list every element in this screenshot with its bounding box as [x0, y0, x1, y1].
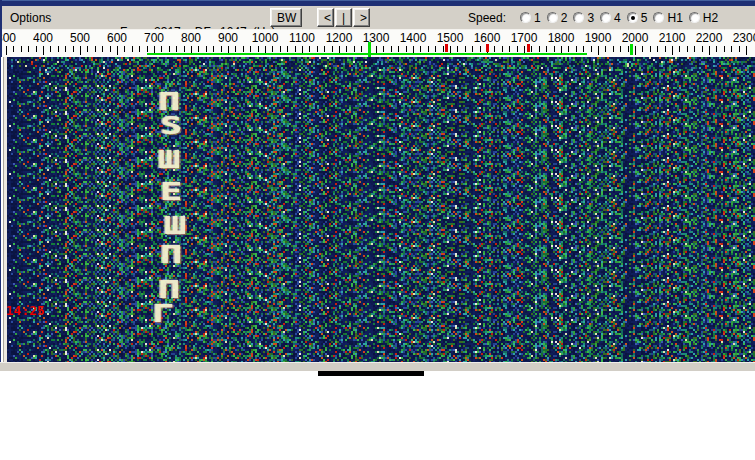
- red-marker: [527, 44, 530, 52]
- ruler-tick: [65, 46, 66, 52]
- ruler-tick: [494, 46, 495, 52]
- speed-radio-2[interactable]: [547, 12, 558, 23]
- speed-radio-3[interactable]: [573, 12, 584, 23]
- ruler-tick: [650, 46, 651, 52]
- ruler-label: 2100: [659, 31, 686, 45]
- ruler-tick: [694, 46, 695, 52]
- ruler-tick: [198, 46, 199, 52]
- ruler-tick: [657, 46, 658, 52]
- ruler-tick: [598, 46, 599, 55]
- ruler-label: 1500: [437, 31, 464, 45]
- ruler-tick: [272, 46, 273, 52]
- bottom-black-bar: [318, 371, 424, 376]
- speed-radio-H2[interactable]: [689, 12, 700, 23]
- ruler-tick: [184, 46, 185, 52]
- ruler-tick: [716, 46, 717, 52]
- speed-radio-H1[interactable]: [653, 12, 664, 23]
- frequency-ruler[interactable]: 3004005006007008009001000110012001300140…: [2, 29, 755, 58]
- speed-radio-4[interactable]: [600, 12, 611, 23]
- ruler-tick: [731, 46, 732, 52]
- ruler-tick: [502, 46, 503, 52]
- ruler-tick: [568, 46, 569, 52]
- ruler-tick: [517, 46, 518, 52]
- ruler-label: 1000: [252, 31, 279, 45]
- speed-option-3[interactable]: 3: [573, 11, 594, 25]
- ruler-tick: [583, 46, 584, 52]
- speed-option-5[interactable]: 5: [627, 11, 648, 25]
- ruler-tick: [21, 46, 22, 52]
- signal-glyph: Π: [160, 241, 182, 269]
- ruler-tick: [665, 46, 666, 52]
- red-marker: [445, 44, 448, 52]
- ruler-tick: [406, 46, 407, 52]
- bw-button[interactable]: BW: [270, 8, 302, 27]
- speed-option-label: 4: [614, 11, 621, 25]
- ruler-tick: [428, 46, 429, 52]
- ruler-tick: [317, 46, 318, 52]
- ruler-tick: [110, 46, 111, 52]
- ruler-tick: [147, 46, 148, 52]
- ruler-label: 1100: [289, 31, 315, 45]
- ruler-label: 300: [2, 31, 16, 45]
- speed-radio-1[interactable]: [520, 12, 531, 23]
- speed-option-label: H1: [667, 11, 682, 25]
- ruler-label: 1200: [326, 31, 353, 45]
- ruler-tick: [243, 46, 244, 52]
- ruler-label: 2300: [733, 31, 755, 45]
- signal-glyph: Γ: [152, 300, 174, 328]
- green-marker: [630, 44, 633, 55]
- ruler-tick: [13, 46, 14, 52]
- prev-button[interactable]: <: [317, 8, 334, 27]
- ruler-tick: [132, 46, 133, 52]
- speed-option-1[interactable]: 1: [520, 11, 541, 25]
- speed-label: Speed:: [468, 11, 506, 25]
- signal-glyph: Ш: [164, 212, 186, 240]
- ruler-tick: [161, 46, 162, 52]
- ruler-tick: [591, 46, 592, 52]
- ruler-tick: [43, 46, 44, 55]
- speed-option-label: 3: [587, 11, 594, 25]
- ruler-tick: [672, 46, 673, 55]
- pause-button[interactable]: |: [335, 8, 352, 27]
- ruler-label: 1900: [585, 31, 612, 45]
- ruler-tick: [398, 46, 399, 52]
- ruler-tick: [709, 46, 710, 55]
- ruler-label: 1600: [474, 31, 501, 45]
- ruler-label: 1700: [511, 31, 538, 45]
- ruler-tick: [391, 46, 392, 52]
- speed-radio-5[interactable]: [627, 12, 638, 23]
- ruler-tick: [472, 46, 473, 52]
- ruler-tick: [280, 46, 281, 52]
- waterfall-display[interactable]: 14:25 ΠSШEШΠΠΓ: [0, 57, 755, 362]
- ruler-tick: [206, 46, 207, 52]
- ruler-tick: [169, 46, 170, 52]
- signal-glyph: S: [160, 112, 182, 140]
- ruler-tick: [258, 46, 259, 52]
- speed-option-label: 1: [534, 11, 541, 25]
- ruler-tick: [354, 46, 355, 52]
- speed-option-4[interactable]: 4: [600, 11, 621, 25]
- speed-group: Speed: 12345H1H2: [468, 6, 718, 29]
- ruler-tick: [295, 46, 296, 52]
- ruler-tick: [287, 46, 288, 52]
- ruler-tick: [746, 46, 747, 55]
- speed-option-H2[interactable]: H2: [689, 11, 718, 25]
- ruler-tick: [95, 46, 96, 52]
- ruler-tick: [117, 46, 118, 55]
- ruler-tick: [642, 46, 643, 52]
- next-button[interactable]: >: [353, 8, 370, 27]
- options-menu[interactable]: Options: [10, 11, 51, 25]
- waterfall-canvas[interactable]: [7, 57, 755, 362]
- speed-option-2[interactable]: 2: [547, 11, 568, 25]
- speed-option-label: H2: [703, 11, 718, 25]
- speed-option-H1[interactable]: H1: [653, 11, 682, 25]
- ruler-tick: [213, 46, 214, 52]
- ruler-tick: [546, 46, 547, 52]
- ruler-tick: [554, 46, 555, 52]
- speed-option-label: 2: [561, 11, 568, 25]
- ruler-tick: [124, 46, 125, 52]
- ruler-label: 900: [218, 31, 238, 45]
- ruler-tick: [480, 46, 481, 52]
- toolbar: Options Freq:2317DF:1047(Hz) BW <|> Spee…: [2, 6, 755, 30]
- green-marker: [368, 42, 371, 57]
